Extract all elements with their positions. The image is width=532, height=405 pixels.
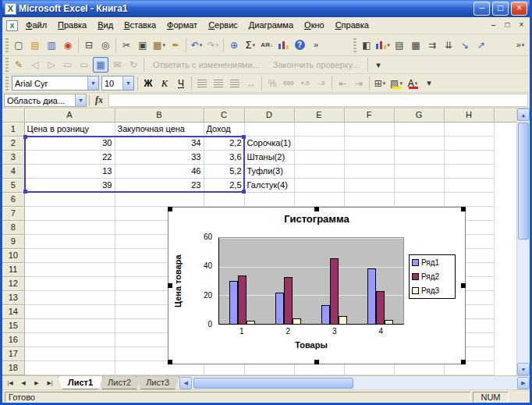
bar-Ряд2-4[interactable] (376, 291, 385, 324)
cell-H6[interactable] (444, 193, 494, 207)
select-all-button[interactable] (2, 108, 24, 123)
menu-item-диаграмма[interactable]: Диаграмма (243, 17, 299, 34)
chart-selection-handle-n[interactable] (314, 207, 319, 211)
column-header-A[interactable]: A (24, 108, 115, 123)
horizontal-scroll-track[interactable] (192, 377, 517, 389)
overflow-row1-icon[interactable]: »▾ (512, 37, 528, 53)
cell-A13[interactable] (24, 291, 115, 305)
vertical-scroll-track[interactable] (517, 121, 530, 363)
cell-H2[interactable] (444, 137, 494, 151)
menu-item-формат[interactable]: Формат (161, 17, 203, 34)
cell-F2[interactable] (344, 137, 394, 151)
cell-E2[interactable] (294, 137, 344, 151)
scroll-down-button[interactable]: ▼ (517, 363, 530, 375)
cell-A16[interactable] (24, 333, 115, 347)
scroll-up-button[interactable]: ▲ (517, 108, 530, 121)
cell-E6[interactable] (294, 193, 344, 207)
dropdown-arrow-icon[interactable]: ▾ (415, 80, 418, 87)
sheet-tab-Лист3[interactable]: Лист3 (136, 376, 179, 389)
dropdown-arrow-icon[interactable]: ▾ (162, 42, 165, 48)
row-header-8[interactable]: 8 (2, 221, 24, 235)
angle-text-up-icon[interactable]: ↗ (473, 37, 489, 53)
range-handle-nw[interactable] (23, 135, 27, 139)
cell-A1[interactable]: Цена в розницу (24, 123, 115, 137)
decrease-indent-icon[interactable]: ⇤ (335, 76, 350, 91)
angle-text-down-icon[interactable]: ↘ (457, 37, 473, 53)
edit-comment-icon[interactable]: ✎ (11, 57, 27, 73)
legend-entry-Ряд1[interactable]: Ряд1 (412, 258, 452, 267)
bar-Ряд2-2[interactable] (284, 277, 293, 325)
highlight-changes-icon[interactable]: ▦ (93, 57, 108, 73)
cell-A7[interactable] (24, 207, 115, 221)
increase-decimal-icon[interactable]: +.0 (297, 76, 313, 91)
by-column-icon[interactable]: ⇊ (441, 37, 456, 53)
y-axis[interactable]: 0204060 (186, 237, 215, 325)
data-table-toggle-icon[interactable]: ▦ (408, 37, 424, 53)
autosum-icon[interactable]: Σ▾ (243, 37, 258, 53)
doc-minimize-button[interactable]: – (487, 20, 500, 31)
format-painter-icon[interactable]: ✒ (168, 37, 183, 53)
previous-comment-icon[interactable]: ◁ (27, 57, 43, 73)
cell-D1[interactable] (244, 123, 294, 137)
cell-G6[interactable] (394, 193, 444, 207)
row-header-2[interactable]: 2 (2, 137, 24, 151)
align-left-icon[interactable] (194, 76, 210, 91)
save-icon[interactable]: ▥ (44, 37, 59, 53)
chart-selection-handle-ne[interactable] (461, 207, 466, 211)
bar-Ряд1-4[interactable] (367, 268, 376, 325)
chart-legend[interactable]: Ряд1Ряд2Ряд3 (409, 254, 456, 299)
show-all-comments-icon[interactable]: ▭ (76, 57, 92, 73)
bar-Ряд3-3[interactable] (339, 316, 347, 324)
column-header-H[interactable]: H (444, 108, 494, 123)
row-header-14[interactable]: 14 (2, 305, 24, 319)
permission-icon[interactable]: ◉ (60, 37, 76, 53)
update-file-icon[interactable]: ↻ (126, 57, 141, 73)
decrease-decimal-icon[interactable]: -.0 (314, 76, 329, 91)
send-mail-icon[interactable]: ✉ (109, 57, 125, 73)
bar-Ряд3-2[interactable] (293, 318, 301, 324)
chart-x-axis-title[interactable]: Товары (218, 340, 404, 350)
tab-scroll-previous-button[interactable]: ◀ (17, 378, 30, 389)
minimize-button[interactable]: – (473, 2, 490, 16)
cell-F3[interactable] (344, 151, 394, 165)
overflow-reviewing-icon[interactable]: ▾ (371, 57, 386, 73)
cell-G2[interactable] (394, 137, 444, 151)
dropdown-arrow-icon[interactable]: ▾ (122, 76, 133, 90)
cell-E3[interactable] (294, 151, 344, 165)
overflow-standard-icon[interactable]: » (308, 37, 324, 53)
column-header-C[interactable]: C (204, 108, 244, 123)
column-header-D[interactable]: D (244, 108, 294, 123)
by-row-icon[interactable]: ⇉ (424, 37, 440, 53)
cell-H1[interactable] (444, 123, 494, 137)
help-icon[interactable]: ? (292, 37, 307, 53)
cell-D4[interactable]: Туфли(3) (244, 165, 294, 179)
reply-with-changes-button[interactable]: Ответить с изменениями... (147, 57, 266, 73)
tab-scroll-first-button[interactable]: |◀ (4, 378, 16, 389)
sort-ascending-icon[interactable]: АЯ↓ (259, 37, 275, 53)
new-icon[interactable]: ▢ (11, 37, 27, 53)
cell-A14[interactable] (24, 305, 115, 319)
cell-G3[interactable] (394, 151, 444, 165)
toolbar-handle[interactable] (5, 38, 9, 52)
merge-center-icon[interactable]: ↔ (243, 76, 259, 91)
cell-F1[interactable] (344, 123, 394, 137)
cell-B6[interactable] (115, 193, 204, 207)
row-header-10[interactable]: 10 (2, 249, 24, 263)
end-review-button[interactable]: Закончить проверку... (267, 57, 365, 73)
copy-icon[interactable]: ▣ (135, 37, 151, 53)
maximize-button[interactable]: □ (492, 2, 509, 16)
cell-A11[interactable] (24, 263, 115, 277)
cell-E1[interactable] (294, 123, 344, 137)
cell-H3[interactable] (444, 151, 494, 165)
dropdown-arrow-icon[interactable]: ▾ (383, 80, 386, 87)
cell-C6[interactable] (204, 193, 244, 207)
bar-Ряд1-2[interactable] (275, 293, 284, 324)
row-header-5[interactable]: 5 (2, 179, 24, 193)
cell-A18[interactable] (24, 361, 115, 375)
paste-icon[interactable]: ▦▾ (151, 37, 167, 53)
cell-C1[interactable]: Доход (204, 123, 244, 137)
column-header-F[interactable]: F (344, 108, 394, 123)
row-header-18[interactable]: 18 (2, 361, 24, 375)
chart-plot-area[interactable] (218, 237, 404, 325)
scroll-left-button[interactable]: ◀ (179, 377, 192, 389)
